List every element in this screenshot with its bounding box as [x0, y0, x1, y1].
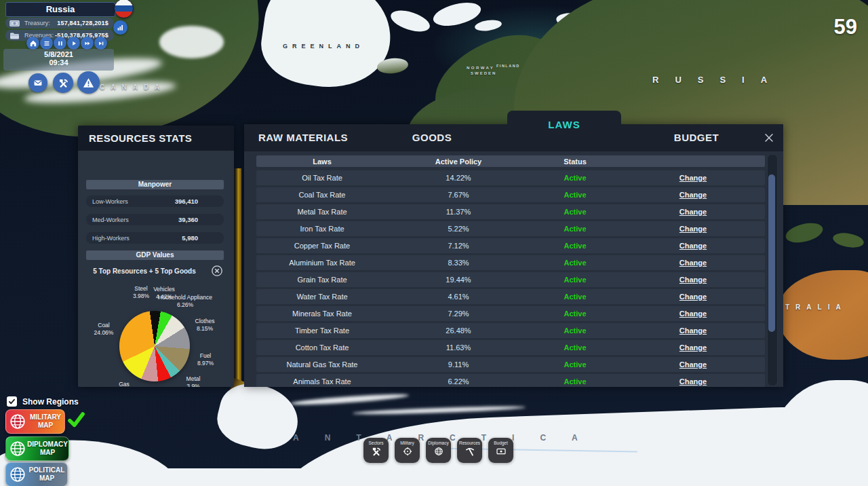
scrollbar-thumb[interactable] — [768, 174, 775, 332]
military-crosshair-icon — [402, 446, 413, 457]
resources-button-label: Resources — [459, 441, 480, 445]
active-policy-cell: 14.22% — [388, 174, 529, 182]
show-regions-control: Show Regions — [7, 396, 79, 407]
change-link[interactable]: Change — [621, 259, 765, 267]
change-link[interactable]: Change — [621, 343, 765, 352]
pause-button[interactable] — [54, 37, 66, 50]
country-hud: Russia Treasury: 157,841,728,201$ Revenu… — [0, 0, 149, 109]
pause-icon — [56, 39, 64, 48]
change-link[interactable]: Change — [621, 174, 765, 182]
diplomacy-map-button[interactable]: DIPLOMACY MAP — [5, 436, 69, 461]
law-name-cell: Metal Tax Rate — [256, 208, 388, 216]
status-cell: Active — [529, 293, 621, 301]
construction-button[interactable] — [53, 73, 73, 93]
tab-budget[interactable]: BUDGET — [674, 124, 719, 151]
banknote-icon — [9, 19, 20, 28]
fast-forward-button[interactable] — [81, 37, 94, 50]
column-header-status: Status — [529, 157, 621, 166]
pie-slice-label: Aluminium4.86% — [163, 386, 190, 387]
sectors-button-label: Sectors — [368, 441, 383, 445]
show-regions-checkbox[interactable] — [7, 396, 17, 407]
game-screen: GREENLAND CANADA RUSSIA NORWAY SWEDEN FI… — [0, 0, 868, 486]
sectors-button[interactable]: Sectors — [363, 438, 389, 463]
law-name-cell: Coal Tax Rate — [256, 191, 388, 199]
table-row: Timber Tax Rate26.48%ActiveChange — [256, 323, 765, 338]
mail-icon — [33, 78, 43, 88]
diplomacy-globe-icon — [9, 440, 26, 457]
pie-slice-label: Coal24.06% — [94, 322, 114, 336]
active-policy-cell: 4.61% — [388, 293, 529, 301]
pie-slice-label: Clothes8.15% — [195, 318, 215, 332]
table-row: Oil Tax Rate14.22%ActiveChange — [256, 170, 765, 185]
country-name-bar[interactable]: Russia — [5, 2, 115, 17]
resources-button[interactable]: Resources — [457, 438, 482, 463]
table-row: Aluminium Tax Rate8.33%ActiveChange — [256, 255, 765, 270]
gdp-section-header: GDP Values — [86, 250, 224, 260]
law-name-cell: Grain Tax Rate — [256, 276, 388, 284]
law-name-cell: Oil Tax Rate — [256, 174, 388, 182]
change-link[interactable]: Change — [621, 208, 765, 216]
map-label-australia: TRALIA — [785, 303, 847, 311]
diplomacy-button[interactable]: Diplomacy — [426, 438, 451, 463]
home-button[interactable] — [26, 37, 39, 50]
change-link[interactable]: Change — [621, 326, 765, 335]
tab-laws[interactable]: LAWS — [507, 111, 621, 142]
law-name-cell: Natural Gas Tax Rate — [256, 360, 388, 369]
gdp-pie-chart — [119, 311, 190, 381]
gdp-pie-chart-area: Steel3.98%Vehicles4.42%Household Applian… — [78, 280, 234, 387]
bar-chart-icon — [116, 23, 125, 32]
change-link[interactable]: Change — [621, 377, 765, 386]
resources-pickaxe-icon — [465, 446, 475, 457]
change-link[interactable]: Change — [621, 310, 765, 318]
day-counter: 59 — [834, 15, 857, 39]
menu-button[interactable] — [40, 37, 53, 50]
law-name-cell: Timber Tax Rate — [256, 326, 388, 335]
fast-forward-icon — [83, 39, 92, 48]
law-name-cell: Minerals Tax Rate — [256, 310, 388, 318]
antarctica-landmass — [212, 377, 305, 457]
law-name-cell: Cotton Tax Rate — [256, 343, 388, 352]
table-row: Minerals Tax Rate7.29%ActiveChange — [256, 306, 765, 321]
antarctica-landmass — [0, 468, 868, 486]
resources-panel-body: Manpower Low-Workers 396,410 Med-Workers… — [78, 151, 234, 387]
active-policy-cell: 8.33% — [388, 259, 529, 267]
close-panel-button[interactable] — [763, 132, 775, 144]
active-policy-cell: 9.11% — [388, 360, 529, 369]
pie-slice-label: Fuel8.97% — [197, 352, 214, 367]
law-name-cell: Animals Tax Rate — [256, 377, 388, 386]
new-guinea-island — [784, 220, 825, 246]
ice-streak — [353, 405, 526, 416]
australia-landmass — [777, 270, 868, 360]
change-link[interactable]: Change — [621, 293, 765, 301]
budget-button-label: Budget — [494, 441, 508, 445]
messages-button[interactable] — [28, 73, 47, 92]
military-button[interactable]: Military — [395, 438, 420, 463]
gdp-chart-close-button[interactable] — [211, 265, 223, 277]
change-link[interactable]: Change — [621, 360, 765, 369]
laws-panel: RAW MATERIALS GOODS BUDGET Laws Active P… — [244, 124, 783, 387]
change-link[interactable]: Change — [621, 225, 765, 233]
sectors-hammer-wrench-icon — [371, 446, 382, 457]
status-cell: Active — [529, 326, 621, 335]
play-button[interactable] — [67, 37, 80, 50]
circled-close-icon — [211, 265, 223, 277]
political-map-button[interactable]: POLITICAL MAP — [5, 462, 68, 486]
tab-raw-materials[interactable]: RAW MATERIALS — [258, 124, 348, 151]
status-cell: Active — [529, 377, 621, 386]
change-link[interactable]: Change — [621, 242, 765, 250]
active-policy-cell: 11.37% — [388, 208, 529, 216]
military-map-button[interactable]: MILITARY MAP — [5, 409, 65, 434]
tab-goods[interactable]: GOODS — [412, 124, 452, 151]
budget-button[interactable]: Budget — [488, 438, 513, 463]
andes-mountain-strip — [235, 168, 241, 392]
checkmark-icon — [8, 398, 16, 405]
hammer-wrench-icon — [58, 77, 69, 89]
active-policy-cell: 19.44% — [388, 276, 529, 284]
date-time-panel: 5/8/2021 09:34 — [3, 49, 114, 71]
alerts-button[interactable] — [77, 71, 100, 94]
active-policy-cell: 5.22% — [388, 225, 529, 233]
stats-button[interactable] — [113, 20, 127, 35]
change-link[interactable]: Change — [621, 276, 765, 284]
skip-to-end-button[interactable] — [94, 37, 107, 50]
change-link[interactable]: Change — [621, 191, 765, 199]
